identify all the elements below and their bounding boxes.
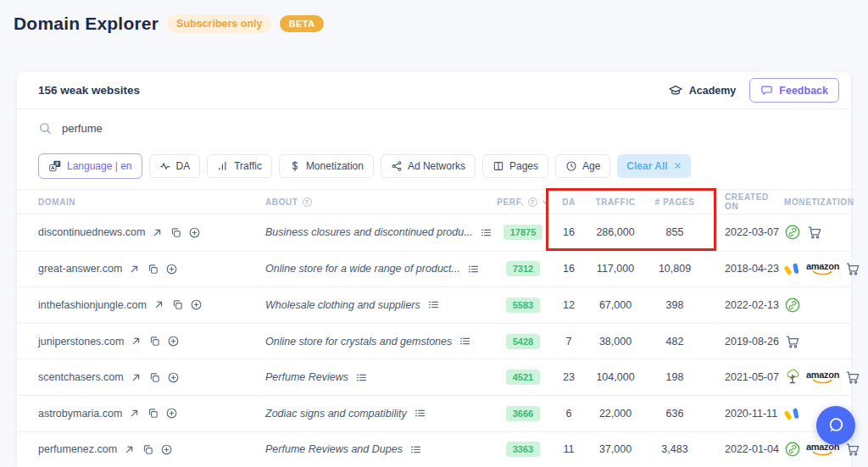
list-icon[interactable]	[480, 226, 492, 239]
about-cell: Business closures and discontinued produ…	[265, 226, 494, 239]
domain-link[interactable]: astrobymaria.com	[38, 408, 122, 420]
domain-cell: discontinuednews.com	[38, 226, 265, 239]
copy-icon[interactable]	[147, 263, 159, 275]
monetization-cell	[784, 224, 843, 241]
affiliate-link-icon	[784, 297, 801, 314]
col-header-perf[interactable]: PERF.	[494, 197, 552, 207]
external-link-icon[interactable]	[128, 407, 141, 420]
plus-circle-icon[interactable]	[160, 443, 173, 456]
about-cell: Online store for crystals and gemstones	[265, 335, 494, 347]
copy-icon[interactable]	[148, 335, 161, 347]
filter-age[interactable]: Age	[555, 154, 610, 178]
col-header-created: CREATED ON	[704, 192, 784, 211]
plus-circle-icon[interactable]	[188, 226, 201, 239]
traffic-cell: 37,000	[586, 443, 645, 455]
filter-da-label: DA	[176, 160, 191, 172]
filter-monetization[interactable]: Monetization	[279, 154, 374, 178]
list-icon[interactable]	[355, 371, 368, 384]
about-cell: Wholesale clothing and suppliers	[265, 298, 494, 311]
about-text: Perfume Reviews	[265, 371, 348, 383]
da-cell: 12	[552, 299, 586, 311]
pages-cell: 636	[645, 408, 704, 420]
filter-ad-networks[interactable]: Ad Networks	[381, 154, 476, 178]
perf-cell: 5428	[494, 334, 552, 349]
filter-language[interactable]: Language | en	[38, 153, 142, 179]
da-cell: 6	[552, 408, 586, 420]
da-cell: 16	[552, 263, 586, 275]
domain-link[interactable]: great-answer.com	[38, 263, 122, 275]
domain-link[interactable]: juniperstones.com	[38, 336, 124, 347]
domain-cell: great-answer.com	[38, 263, 265, 275]
search-bar	[17, 109, 851, 147]
amazon-logo-icon: amazon	[806, 370, 839, 384]
help-icon	[528, 197, 537, 207]
copy-icon[interactable]	[148, 371, 161, 384]
list-icon[interactable]	[467, 263, 480, 275]
plus-circle-icon[interactable]	[167, 335, 180, 347]
col-header-domain: DOMAIN	[38, 197, 265, 207]
external-link-icon[interactable]	[130, 371, 142, 384]
pages-cell: 10,809	[645, 263, 704, 275]
plus-circle-icon[interactable]	[167, 371, 180, 384]
external-link-icon[interactable]	[151, 226, 164, 239]
table-row: inthefashionjungle.comWholesale clothing…	[17, 286, 851, 323]
filter-da[interactable]: DA	[149, 154, 201, 178]
table-row: astrobymaria.comZodiac signs and compati…	[17, 395, 851, 431]
copy-icon[interactable]	[142, 443, 154, 456]
copy-icon[interactable]	[147, 407, 159, 420]
copy-icon[interactable]	[170, 226, 182, 239]
filter-traffic[interactable]: Traffic	[207, 154, 272, 178]
book-icon	[492, 160, 504, 172]
close-icon	[674, 162, 682, 170]
search-input[interactable]	[62, 122, 401, 135]
cart-icon	[844, 441, 861, 458]
affiliate-link-icon	[784, 224, 801, 241]
created-on-cell: 2022-01-04	[704, 443, 784, 455]
domain-link[interactable]: discontinuednews.com	[38, 226, 145, 238]
list-icon[interactable]	[427, 298, 440, 311]
traffic-cell: 22,000	[586, 408, 645, 420]
feedback-label: Feedback	[779, 85, 828, 97]
list-icon[interactable]	[409, 443, 422, 456]
page-header: Domain Explorer Subscribers only BETA	[14, 14, 324, 34]
chat-widget-button[interactable]	[816, 406, 855, 445]
external-link-icon[interactable]	[130, 335, 142, 347]
copy-icon[interactable]	[171, 298, 184, 311]
perf-cell: 5583	[494, 297, 552, 313]
filter-language-label: Language | en	[67, 160, 132, 172]
about-text: Online store for crystals and gemstones	[265, 336, 452, 347]
plus-circle-icon[interactable]	[190, 298, 203, 311]
domain-link[interactable]: scentchasers.com	[38, 371, 124, 383]
academy-link[interactable]: Academy	[668, 83, 737, 98]
domain-link[interactable]: inthefashionjungle.com	[38, 299, 147, 311]
perf-badge: 3363	[506, 442, 540, 457]
perf-badge: 5428	[506, 334, 540, 349]
graduation-cap-icon	[668, 83, 683, 98]
created-on-cell: 2018-04-23	[704, 263, 784, 275]
domain-link[interactable]: perfumenez.com	[38, 443, 117, 455]
filter-traffic-label: Traffic	[234, 160, 262, 172]
external-link-icon[interactable]	[123, 443, 136, 456]
about-cell: Perfume Reviews and Dupes	[265, 443, 494, 456]
monetization-cell: amazon	[784, 441, 861, 458]
external-link-icon[interactable]	[128, 263, 141, 275]
plus-circle-icon[interactable]	[165, 263, 178, 275]
about-text: Perfume Reviews and Dupes	[265, 443, 403, 455]
plus-circle-icon[interactable]	[165, 407, 178, 420]
perf-badge: 3666	[506, 406, 540, 421]
external-link-icon[interactable]	[153, 298, 165, 311]
clear-all-filters-button[interactable]: Clear All	[617, 154, 690, 178]
adsense-icon	[784, 405, 801, 422]
perf-cell: 3363	[494, 442, 552, 457]
col-header-traffic: TRAFFIC	[586, 197, 645, 207]
about-text: Wholesale clothing and suppliers	[265, 299, 420, 311]
da-cell: 23	[552, 371, 586, 383]
feedback-button[interactable]: Feedback	[749, 78, 839, 103]
filter-age-label: Age	[582, 160, 600, 172]
perf-badge: 17875	[504, 225, 543, 240]
filter-pages[interactable]: Pages	[482, 154, 548, 178]
academy-label: Academy	[689, 85, 737, 97]
list-icon[interactable]	[459, 335, 471, 347]
dollar-icon	[289, 160, 301, 172]
list-icon[interactable]	[414, 407, 426, 420]
